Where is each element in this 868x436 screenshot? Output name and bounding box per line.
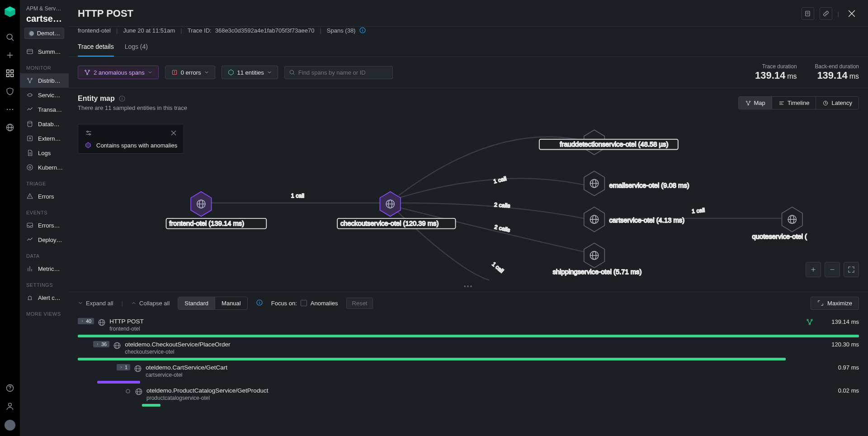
- expand-toggle[interactable]: 40: [78, 318, 94, 324]
- panel-resize-handle[interactable]: •••: [69, 281, 868, 292]
- close-icon[interactable]: [170, 129, 177, 137]
- svg-text:2 calls: 2 calls: [494, 224, 511, 233]
- help-icon[interactable]: [5, 384, 14, 393]
- service-name: frontend-otel: [78, 27, 111, 34]
- span-service: frontend-otel: [109, 326, 144, 332]
- svg-rect-31: [27, 223, 33, 227]
- section-data: DATA: [20, 247, 69, 261]
- span-row[interactable]: 40 HTTP POSTfrontend-otel 139.14 ms: [78, 314, 859, 332]
- sidebar-item-summary[interactable]: Summ…: [20, 44, 69, 59]
- sliders-icon[interactable]: [85, 129, 93, 137]
- anomalies-checkbox[interactable]: [301, 300, 307, 306]
- node-cart[interactable]: cartservice-otel (4.13 ms): [584, 207, 684, 232]
- plus-icon[interactable]: [5, 51, 14, 60]
- page-title: HTTP POST: [78, 8, 133, 19]
- sidebar-item-metrics[interactable]: Metric…: [20, 261, 69, 276]
- info-icon[interactable]: [359, 27, 366, 34]
- collapse-all-button[interactable]: Collapse all: [131, 300, 170, 307]
- expand-all-button[interactable]: Expand all: [78, 300, 113, 307]
- sidebar-item-database[interactable]: Datab…: [20, 117, 69, 131]
- span-row[interactable]: 36 oteldemo.CheckoutService/PlaceOrderch…: [78, 337, 859, 355]
- map-legend: Contains spans with anomalies: [78, 124, 184, 154]
- sidebar-item-errors[interactable]: Errors: [20, 189, 69, 204]
- svg-text:frauddetectionservice-otel (48: frauddetectionservice-otel (48.58 µs): [560, 141, 668, 148]
- svg-line-3: [12, 39, 14, 41]
- span-duration: 120.30 ms: [818, 341, 859, 348]
- entity-map-subtitle: There are 11 sampled entities in this tr…: [78, 104, 738, 111]
- zoom-out-button[interactable]: [825, 262, 840, 277]
- sidebar-item-transactions[interactable]: Transa…: [20, 102, 69, 117]
- node-frontend[interactable]: frontend-otel (139.14 ms): [166, 192, 267, 229]
- info-icon[interactable]: [118, 95, 126, 102]
- zoom-fit-button[interactable]: [844, 262, 859, 277]
- svg-point-50: [290, 70, 293, 74]
- node-checkout[interactable]: checkoutservice-otel (120.39 ms): [337, 192, 455, 229]
- map-icon[interactable]: [806, 318, 814, 326]
- node-fraud[interactable]: frauddetectionservice-otel (48.58 µs): [539, 130, 678, 155]
- segment-map[interactable]: Map: [739, 97, 772, 109]
- trace-id-label: Trace ID:: [188, 27, 212, 34]
- globe-icon[interactable]: [5, 123, 14, 132]
- expand-toggle[interactable]: 36: [93, 341, 109, 347]
- demot-toggle[interactable]: Demot…: [24, 28, 64, 39]
- span-row[interactable]: 1 oteldemo.CartService/GetCartcartservic…: [78, 360, 859, 378]
- topbar: HTTP POST |: [69, 0, 868, 27]
- expand-toggle[interactable]: 1: [117, 364, 130, 370]
- tab-logs[interactable]: Logs (4): [125, 38, 148, 57]
- maximize-button[interactable]: Maximize: [811, 297, 859, 310]
- errors-button[interactable]: 0 errors: [165, 66, 215, 79]
- span-row[interactable]: oteldemo.ProductCatalogService/GetProduc…: [78, 384, 859, 401]
- zoom-in-button[interactable]: [806, 262, 821, 277]
- span-toolbar: Expand all | Collapse all Standard Manua…: [69, 292, 868, 314]
- zoom-controls: [806, 262, 859, 277]
- svg-text:1 call: 1 call: [491, 261, 505, 274]
- sidebar-item-errors-inbox[interactable]: Errors…: [20, 218, 69, 232]
- segment-timeline[interactable]: Timeline: [772, 97, 816, 109]
- sidebar-item-service[interactable]: Servic…: [20, 88, 69, 102]
- anomalous-spans-button[interactable]: 2 anomalous spans: [78, 66, 159, 79]
- copy-link-button[interactable]: [820, 7, 832, 20]
- mode-manual[interactable]: Manual: [215, 297, 247, 309]
- sidebar-item-deploy[interactable]: Deploy…: [20, 232, 69, 247]
- sidebar-item-distributed[interactable]: Distrib…: [20, 73, 69, 88]
- sidebar-item-logs[interactable]: Logs: [20, 146, 69, 160]
- node-quote[interactable]: quoteservice-otel (: [752, 207, 807, 240]
- reset-button[interactable]: Reset: [346, 298, 373, 309]
- sidebar-item-alert[interactable]: Alert c…: [20, 290, 69, 305]
- span-service: productcatalogservice-otel: [146, 395, 268, 401]
- search-icon[interactable]: [5, 33, 14, 42]
- close-button[interactable]: [844, 6, 859, 21]
- info-icon[interactable]: [256, 299, 263, 308]
- entity-map-stage[interactable]: Contains spans with anomalies 1 call 1 c…: [78, 115, 859, 281]
- user-avatar[interactable]: [5, 420, 15, 431]
- svg-text:checkoutservice-otel (120.39 m: checkoutservice-otel (120.39 ms): [340, 220, 439, 227]
- sidebar-item-external[interactable]: Extern…: [20, 131, 69, 146]
- shield-icon[interactable]: [5, 87, 14, 96]
- trace-duration: Trace duration 139.14ms: [755, 63, 797, 81]
- view-segments: Map Timeline Latency: [738, 96, 859, 109]
- breadcrumb[interactable]: APM & Serv…: [20, 0, 69, 14]
- svg-point-28: [29, 166, 31, 168]
- search-icon: [289, 69, 295, 76]
- entities-button[interactable]: 11 entities: [222, 66, 278, 79]
- segment-latency[interactable]: Latency: [816, 97, 859, 109]
- svg-point-11: [9, 109, 11, 110]
- span-search-input[interactable]: [284, 66, 393, 79]
- svg-rect-8: [7, 74, 9, 77]
- tab-trace-details[interactable]: Trace details: [78, 38, 114, 57]
- notes-button[interactable]: [802, 7, 814, 20]
- grid-icon[interactable]: [5, 69, 14, 78]
- ellipsis-icon[interactable]: [5, 105, 14, 114]
- svg-rect-9: [11, 74, 14, 77]
- span-duration: 139.14 ms: [818, 318, 859, 325]
- sidebar-item-kubernetes[interactable]: Kubern…: [20, 160, 69, 175]
- product-logo[interactable]: [4, 5, 16, 18]
- span-name: oteldemo.CartService/GetCart: [146, 364, 227, 371]
- entity-map-svg[interactable]: 1 call 1 call 2 calls 2 calls 1 call 1 c…: [78, 115, 859, 281]
- node-email[interactable]: emailservice-otel (9.08 ms): [584, 171, 689, 196]
- mode-standard[interactable]: Standard: [178, 297, 215, 309]
- user-icon[interactable]: [5, 402, 14, 411]
- spans-count: Spans (38): [327, 27, 356, 34]
- svg-point-48: [174, 73, 175, 74]
- metabar: frontend-otel | June 20 at 11:51am | Tra…: [69, 27, 868, 38]
